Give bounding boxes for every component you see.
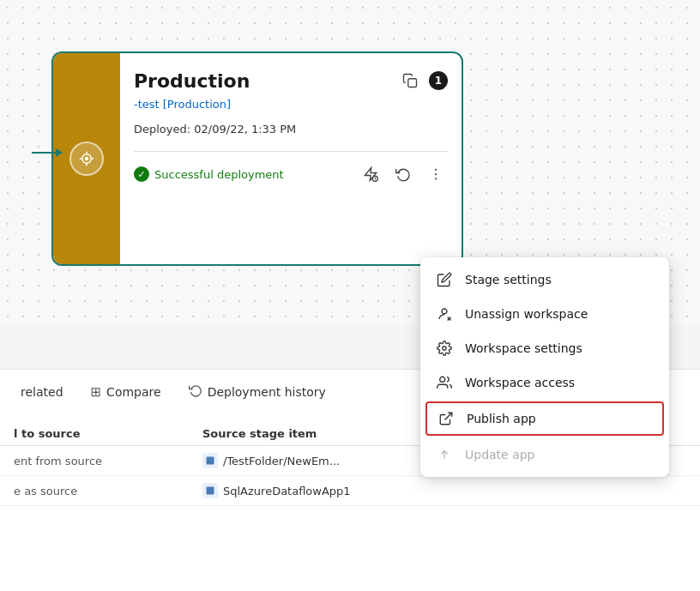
update-app-label: Update app: [465, 448, 535, 461]
row2-col1: e as source: [14, 485, 202, 498]
row1-col1: ent from source: [14, 455, 202, 467]
svg-point-18: [440, 377, 445, 382]
deployed-label: Deployed:: [134, 123, 190, 136]
production-icon: [69, 142, 104, 176]
menu-item-update-app: Update app: [420, 437, 669, 472]
history-tab-icon: [189, 383, 202, 401]
unassign-workspace-label: Unassign workspace: [465, 307, 588, 321]
more-options-icon[interactable]: [424, 162, 448, 186]
notification-badge: 1: [429, 71, 448, 90]
tab-compare[interactable]: ⊞ Compare: [79, 377, 173, 407]
menu-item-workspace-access[interactable]: Workspace access: [420, 365, 669, 400]
tab-related[interactable]: related: [9, 378, 75, 406]
lightning-settings-icon[interactable]: [359, 162, 383, 186]
people-icon: [436, 374, 453, 391]
history-icon[interactable]: [391, 162, 415, 186]
menu-item-publish-app[interactable]: Publish app: [425, 401, 664, 436]
publish-app-label: Publish app: [467, 412, 536, 425]
tab-deployment-history[interactable]: Deployment history: [177, 377, 338, 407]
svg-point-9: [435, 169, 437, 171]
menu-item-workspace-settings[interactable]: Workspace settings: [420, 331, 669, 365]
pencil-icon: [436, 271, 453, 288]
menu-item-unassign-workspace[interactable]: Unassign workspace: [420, 297, 669, 331]
publish-icon: [438, 410, 455, 427]
deployed-date: 02/09/22, 1:33 PM: [194, 123, 296, 136]
arrow-connector: [32, 148, 63, 157]
success-badge: ✓ Successful deployment: [134, 166, 284, 182]
svg-point-11: [435, 178, 437, 179]
svg-point-14: [442, 309, 447, 314]
row1-value: /TestFolder/NewEm...: [223, 455, 340, 467]
row2-col2: SqlAzureDataflowApp1: [202, 483, 686, 498]
row2-icon: [202, 483, 218, 498]
tab-related-label: related: [21, 385, 63, 399]
copy-icon-button[interactable]: [398, 69, 422, 93]
svg-point-10: [435, 173, 437, 175]
card-header-icons: 1: [398, 69, 448, 93]
svg-rect-6: [408, 79, 417, 87]
card-header: Production 1: [134, 69, 448, 93]
svg-line-19: [445, 413, 452, 419]
footer-icons: [359, 162, 448, 186]
gear-icon: [436, 340, 453, 357]
card-deployed: Deployed: 02/09/22, 1:33 PM: [134, 123, 448, 136]
svg-point-5: [85, 157, 89, 161]
card-content: Production 1 -test [Production] Deployed…: [120, 53, 462, 264]
compare-icon: ⊞: [91, 384, 102, 400]
main-area: Production 1 -test [Production] Deployed…: [0, 0, 700, 591]
card-left-bar: [53, 53, 120, 264]
menu-item-stage-settings[interactable]: Stage settings: [420, 262, 669, 297]
tab-deployment-label: Deployment history: [208, 385, 326, 399]
row2-value: SqlAzureDataflowApp1: [223, 485, 351, 498]
row1-icon: [202, 453, 218, 468]
context-menu: Stage settings Unassign workspace Wo: [420, 257, 669, 477]
production-card: Production 1 -test [Production] Deployed…: [51, 51, 463, 266]
workspace-access-label: Workspace access: [465, 376, 575, 389]
svg-point-17: [443, 347, 447, 351]
svg-rect-13: [207, 487, 214, 495]
workspace-settings-label: Workspace settings: [465, 341, 582, 355]
col1-header: l to source: [14, 427, 202, 440]
status-text: Successful deployment: [154, 168, 284, 181]
stage-settings-label: Stage settings: [465, 273, 552, 286]
card-subtitle: -test [Production]: [134, 98, 448, 111]
unassign-icon: [436, 305, 453, 323]
card-footer: ✓ Successful deployment: [134, 151, 448, 186]
card-title: Production: [134, 70, 250, 92]
table-row: e as source SqlAzureDataflowApp1: [0, 476, 700, 506]
svg-rect-12: [207, 457, 214, 465]
upload-icon: [436, 446, 453, 463]
tab-compare-label: Compare: [106, 385, 161, 399]
success-icon: ✓: [134, 166, 149, 182]
